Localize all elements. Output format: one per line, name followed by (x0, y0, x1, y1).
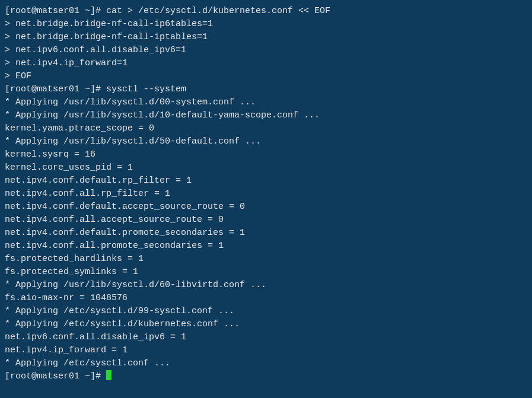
terminal-line: net.ipv4.conf.default.accept_source_rout… (5, 200, 527, 214)
terminal-line: * Applying /etc/sysctl.d/kubernetes.conf… (5, 318, 527, 331)
terminal-line: fs.protected_hardlinks = 1 (5, 253, 527, 266)
terminal-line: > EOF (5, 70, 527, 83)
terminal-line: fs.aio-max-nr = 1048576 (5, 292, 527, 305)
terminal-line: net.ipv6.conf.all.disable_ipv6 = 1 (5, 331, 527, 344)
terminal-line: fs.protected_symlinks = 1 (5, 266, 527, 279)
terminal-line: net.ipv4.ip_forward = 1 (5, 344, 527, 357)
terminal-line: * Applying /etc/sysctl.conf ... (5, 357, 527, 370)
terminal-line: kernel.yama.ptrace_scope = 0 (5, 122, 527, 135)
terminal-line: kernel.sysrq = 16 (5, 148, 527, 161)
terminal-line: * Applying /usr/lib/sysctl.d/00-system.c… (5, 96, 527, 109)
terminal-line: > net.ipv4.ip_forward=1 (5, 57, 527, 70)
terminal-line: > net.ipv6.conf.all.disable_ipv6=1 (5, 44, 527, 57)
terminal-line: > net.bridge.bridge-nf-call-ip6tables=1 (5, 18, 527, 31)
terminal-line: [root@matser01 ~]# (5, 370, 527, 383)
cursor-icon (106, 370, 112, 380)
terminal-line: net.ipv4.conf.all.promote_secondaries = … (5, 240, 527, 253)
terminal-line: kernel.core_uses_pid = 1 (5, 161, 527, 174)
terminal-line: net.ipv4.conf.all.rp_filter = 1 (5, 187, 527, 200)
terminal-line: [root@matser01 ~]# sysctl --system (5, 83, 527, 96)
terminal-line: * Applying /usr/lib/sysctl.d/60-libvirtd… (5, 279, 527, 292)
terminal-line: * Applying /usr/lib/sysctl.d/50-default.… (5, 135, 527, 148)
terminal-line: * Applying /etc/sysctl.d/99-sysctl.conf … (5, 305, 527, 318)
terminal-output[interactable]: [root@matser01 ~]# cat > /etc/sysctl.d/k… (5, 5, 527, 383)
terminal-line: [root@matser01 ~]# cat > /etc/sysctl.d/k… (5, 5, 527, 18)
terminal-line: * Applying /usr/lib/sysctl.d/10-default-… (5, 109, 527, 122)
terminal-line: net.ipv4.conf.default.rp_filter = 1 (5, 174, 527, 187)
terminal-line: > net.bridge.bridge-nf-call-iptables=1 (5, 31, 527, 44)
terminal-line: net.ipv4.conf.default.promote_secondarie… (5, 227, 527, 240)
terminal-line: net.ipv4.conf.all.accept_source_route = … (5, 214, 527, 227)
